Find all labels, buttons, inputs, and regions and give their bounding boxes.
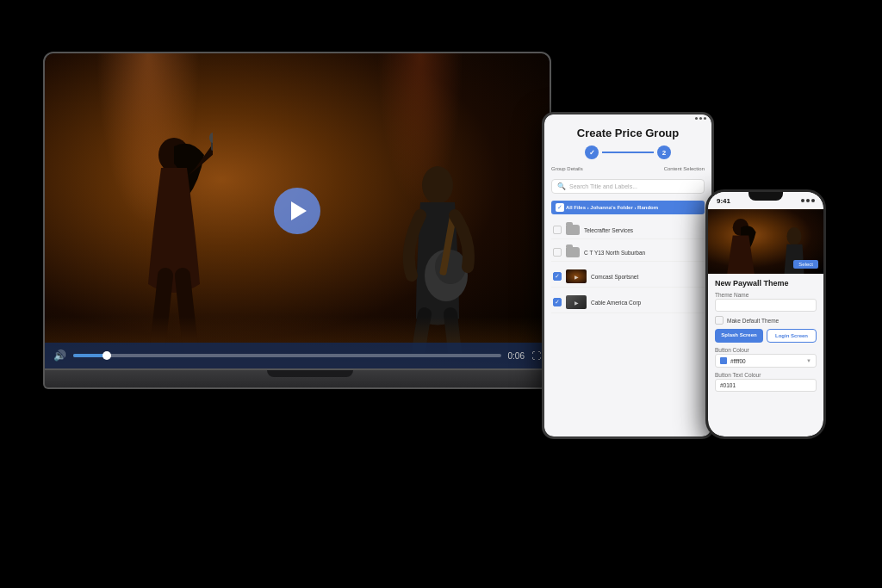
default-theme-label: Make Default Theme [727,318,779,324]
button-color-label: Button Colour [715,347,817,353]
file-checkbox-4[interactable]: ✓ [553,298,562,306]
tablet-screen: Create Price Group ✓ 2 Group Details Con… [544,115,711,436]
folder-icon-2 [566,247,580,257]
breadcrumb-checkbox[interactable]: ✓ [556,203,564,212]
laptop-screen: 🔊 0:06 ⛶ [45,53,550,368]
default-theme-row: Make Default Theme [715,316,817,325]
wifi-icon [699,117,702,120]
file-row-1[interactable]: Telecrafter Services [551,221,705,239]
splash-screen-btn[interactable]: Splash Screen [715,329,763,343]
svg-point-8 [787,227,802,245]
step-labels: Group Details Content Selection [551,166,705,171]
file-checkbox-2[interactable] [553,248,562,257]
phone-concert-image: Select [708,209,823,274]
signal-icon [695,117,698,120]
video-controls-bar: 🔊 0:06 ⛶ [45,343,550,368]
laptop-device: 🔊 0:06 ⛶ [43,52,577,413]
video-thumb-3 [566,269,587,283]
play-button[interactable] [274,188,320,234]
video-content: 🔊 0:06 ⛶ [45,53,550,368]
button-text-color-label: Button Text Colour [715,372,817,378]
main-scene: 🔊 0:06 ⛶ [0,0,882,588]
step-2-circle: 2 [657,145,671,159]
login-screen-btn[interactable]: Login Screen [767,329,817,343]
laptop-screen-body: 🔊 0:06 ⛶ [43,52,551,370]
phone-form-title: New Paywall Theme [715,279,817,288]
default-theme-checkbox[interactable] [715,316,724,325]
phone-singer-icon [719,218,762,274]
file-name-3: Comcast Sportsnet [591,274,703,280]
progress-fill [73,354,108,357]
folder-icon-1 [566,225,580,235]
signal-bar-2 [806,199,810,202]
breadcrumb-text: All Files › Johanna's Folder › Random [566,205,658,210]
svg-point-5 [435,250,466,284]
play-icon [291,201,307,220]
file-row-2[interactable]: C T Y13 North Suburban [551,244,705,262]
dropdown-chevron: ▼ [806,358,811,363]
phone-device: 9:41 [705,189,826,439]
tablet-page-title: Create Price Group [551,127,705,139]
screen-type-buttons: Splash Screen Login Screen [715,329,817,343]
search-placeholder: Search Title and Labels... [569,183,637,189]
file-name-1: Telecrafter Services [584,227,703,233]
steps-indicator: ✓ 2 [551,145,705,159]
signal-bar-1 [801,199,804,202]
button-color-dropdown[interactable]: #ffff00 ▼ [715,354,817,368]
button-text-color-input[interactable]: #0101 [715,379,817,392]
fullscreen-icon[interactable]: ⛶ [531,350,541,361]
tablet-status-bar [544,115,711,121]
step-1-circle: ✓ [585,145,599,159]
phone-content: Select New Paywall Theme Theme Name Make… [708,209,823,436]
time-display: 0:06 [508,351,525,361]
file-row-4[interactable]: ✓ Cable America Corp [551,292,705,313]
step-1-label: Group Details [551,166,583,171]
file-checkbox-3[interactable]: ✓ [553,272,562,281]
theme-name-field-group: Theme Name [715,292,817,312]
step-2-label: Content Selection [664,166,705,171]
theme-name-label: Theme Name [715,292,817,298]
progress-bar[interactable] [73,354,501,357]
theme-name-input[interactable] [715,299,817,312]
phone-concert-action-btn[interactable]: Select [793,260,818,269]
laptop-base [43,370,577,389]
battery-icon [704,117,706,120]
file-name-4: Cable America Corp [591,300,703,306]
phone-time: 9:41 [717,197,730,205]
step-1-check: ✓ [589,149,595,157]
tablet-content: Create Price Group ✓ 2 Group Details Con… [544,121,711,436]
step-2-number: 2 [662,149,666,157]
laptop-notch [267,370,353,377]
tablet-device: Create Price Group ✓ 2 Group Details Con… [542,112,714,439]
search-icon: 🔍 [557,183,566,190]
phone-screen: 9:41 [708,192,823,436]
file-checkbox-1[interactable] [553,226,562,234]
file-row-3[interactable]: ✓ Comcast Sportsnet [551,266,705,288]
phone-notch [748,192,783,201]
video-thumb-4 [566,295,587,309]
color-swatch [720,357,727,364]
step-line [602,152,654,153]
svg-point-2 [209,133,213,143]
button-color-value: #ffff00 [720,357,746,364]
button-text-color-field-group: Button Text Colour #0101 [715,372,817,392]
search-bar[interactable]: 🔍 Search Title and Labels... [551,179,705,194]
phone-form: New Paywall Theme Theme Name Make Defaul… [708,274,823,436]
svg-point-3 [422,166,453,204]
breadcrumb-row: ✓ All Files › Johanna's Folder › Random [551,201,705,214]
progress-dot [102,351,111,360]
button-color-field-group: Button Colour #ffff00 ▼ [715,347,817,368]
file-name-2: C T Y13 North Suburban [584,250,703,256]
battery-status [811,199,815,202]
volume-icon[interactable]: 🔊 [53,350,66,362]
phone-status-icons [801,199,815,202]
